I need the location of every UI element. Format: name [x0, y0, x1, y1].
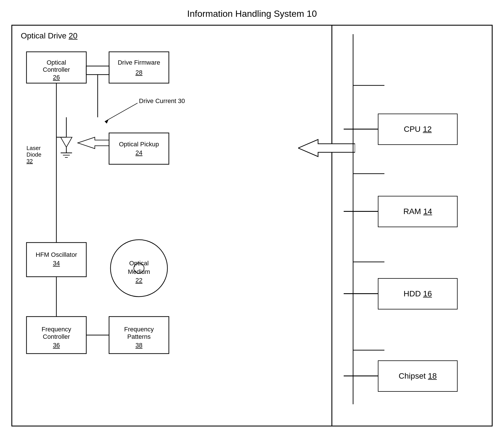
svg-text:26: 26	[53, 74, 60, 81]
svg-marker-11	[105, 120, 108, 124]
page-title: Information Handling System 10	[187, 9, 317, 19]
svg-text:22: 22	[136, 277, 142, 284]
left-panel-diagram: Optical Controller 26 Drive Firmware 28 …	[21, 49, 243, 391]
svg-text:28: 28	[136, 69, 142, 76]
svg-text:38: 38	[136, 342, 142, 349]
svg-text:Diode: Diode	[26, 151, 41, 158]
chipset-box: Chipset 18	[378, 360, 458, 392]
svg-text:HFM Oscillator: HFM Oscillator	[36, 251, 77, 258]
svg-text:Frequency: Frequency	[42, 326, 71, 333]
ram-box: RAM 14	[378, 196, 458, 227]
svg-text:Controller: Controller	[43, 333, 70, 340]
svg-text:Medium: Medium	[128, 268, 150, 275]
main-container: Optical Drive 20 Optical Controller 26 D…	[11, 25, 493, 426]
svg-text:34: 34	[53, 260, 60, 267]
svg-rect-4	[109, 52, 169, 83]
svg-text:32: 32	[26, 158, 33, 164]
svg-text:Frequency: Frequency	[124, 326, 154, 333]
left-panel: Optical Drive 20 Optical Controller 26 D…	[12, 26, 332, 426]
svg-rect-24	[109, 133, 169, 164]
connection-arrow	[298, 138, 355, 158]
svg-text:Patterns: Patterns	[127, 333, 151, 340]
svg-text:36: 36	[53, 342, 60, 349]
optical-drive-label: Optical Drive 20	[21, 31, 323, 40]
svg-marker-47	[298, 139, 355, 157]
svg-text:Optical: Optical	[129, 260, 149, 267]
cpu-box: CPU 12	[378, 114, 458, 145]
svg-marker-23	[78, 137, 109, 149]
svg-text:Optical: Optical	[47, 59, 66, 66]
svg-text:Drive Current 30: Drive Current 30	[139, 97, 185, 104]
hdd-box: HDD 16	[378, 278, 458, 309]
right-panel-connectors	[350, 34, 387, 404]
svg-text:24: 24	[136, 149, 142, 156]
svg-text:Laser: Laser	[26, 145, 41, 151]
svg-marker-17	[61, 137, 72, 147]
svg-line-10	[105, 103, 138, 122]
svg-rect-7	[86, 66, 109, 75]
svg-text:Drive Firmware: Drive Firmware	[118, 59, 160, 66]
svg-text:Optical Pickup: Optical Pickup	[119, 141, 159, 148]
right-panel: CPU 12 RAM 14 HDD 16 Chipset 18	[332, 26, 492, 426]
svg-text:Controller: Controller	[43, 66, 70, 73]
